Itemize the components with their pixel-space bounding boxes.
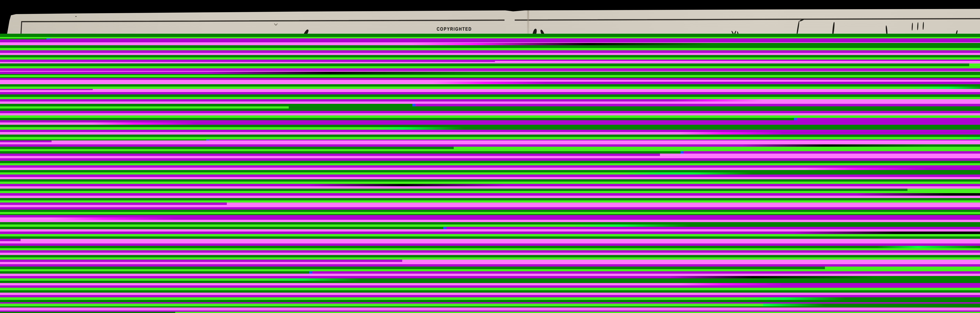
glitch-stripe-row — [0, 210, 980, 212]
glitch-stripe-row — [0, 34, 980, 37]
glitch-stripe-segment — [0, 156, 980, 158]
glitch-stripe-segment — [0, 55, 980, 57]
glitch-stripe-segment — [743, 145, 825, 147]
glitch-stripe-segment — [175, 218, 980, 220]
glitch-stripe-row — [0, 267, 980, 269]
glitch-stripe-row — [0, 203, 980, 205]
glitch-stripes — [0, 34, 980, 313]
glitch-stripe-row — [0, 142, 980, 145]
glitch-stripe-segment — [0, 191, 980, 193]
glitch-stripe-segment — [0, 137, 959, 140]
glitch-stripe-segment — [0, 257, 980, 259]
glitch-stripe-row — [0, 37, 980, 38]
glitch-stripe-row — [0, 175, 980, 177]
glitch-stripe-segment — [0, 259, 402, 262]
glitch-stripe-segment — [0, 295, 980, 297]
glitch-stripe-segment — [619, 224, 691, 227]
glitch-stripe-segment — [877, 246, 918, 248]
glitch-stripe-row — [0, 196, 980, 198]
glitch-stripe-row — [0, 285, 980, 288]
glitch-stripe-segment — [0, 87, 907, 89]
glitch-stripe-segment — [763, 99, 980, 102]
glitch-stripe-segment — [443, 227, 447, 229]
glitch-stripe-segment — [722, 283, 784, 285]
glitch-stripe-segment — [505, 184, 980, 186]
glitch-stripe-segment — [0, 106, 289, 108]
glitch-stripe-row — [0, 198, 980, 200]
glitch-stripe-segment — [447, 227, 980, 229]
glitch-stripe-segment — [0, 198, 980, 200]
glitch-stripe-segment — [0, 68, 980, 71]
glitch-stripe-segment — [0, 210, 980, 212]
glitch-stripe-row — [0, 115, 980, 118]
glitch-stripe-segment — [0, 189, 907, 191]
glitch-stripe-row — [0, 71, 980, 74]
glitch-stripe-row — [0, 224, 980, 227]
glitch-stripe-segment — [0, 60, 980, 61]
glitch-stripe-segment — [0, 149, 980, 151]
glitch-stripe-segment — [51, 140, 980, 142]
glitch-stripe-row — [0, 40, 980, 42]
glitch-stripe-row — [0, 193, 980, 196]
glitch-stripe-row — [0, 57, 980, 60]
glitch-stripe-segment — [825, 267, 980, 269]
glitch-stripe-row — [0, 253, 980, 255]
glitch-stripe-segment — [0, 310, 980, 312]
glitch-stripe-row — [0, 207, 980, 210]
glitch-stripe-segment — [412, 104, 415, 106]
glitch-stripe-row — [0, 292, 980, 295]
glitch-stripe-row — [0, 87, 980, 89]
glitch-stripe-segment — [0, 237, 980, 239]
glitch-stripe-segment — [0, 140, 51, 142]
glitch-stripe-segment — [0, 115, 980, 118]
ink-stroke — [912, 23, 913, 30]
copyright-stamp: COPYRIGHTED — [437, 26, 488, 32]
glitch-stripe-segment — [0, 125, 980, 127]
glitch-stripe-row — [0, 55, 980, 57]
glitch-stripe-row — [0, 118, 980, 120]
glitch-stripe-segment — [918, 246, 980, 248]
glitch-stripe-segment — [969, 48, 980, 50]
glitch-stripe-segment — [825, 303, 980, 306]
glitch-stripe-segment — [0, 278, 258, 281]
glitch-stripe-row — [0, 154, 980, 156]
glitch-stripe-row — [0, 241, 980, 243]
glitch-stripe-segment — [0, 120, 980, 122]
glitch-stripe-row — [0, 310, 980, 312]
glitch-stripe-segment — [485, 82, 547, 84]
glitch-stripe-segment — [0, 90, 980, 92]
glitch-stripe-row — [0, 227, 980, 229]
glitch-stripe-row — [0, 156, 980, 158]
glitch-stripe-segment — [0, 186, 980, 189]
glitch-stripe-segment — [0, 246, 877, 248]
glitch-stripe-segment — [681, 132, 722, 135]
glitch-stripe-row — [0, 257, 980, 259]
glitch-stripe-segment — [299, 278, 361, 281]
glitch-stripe-segment — [681, 151, 684, 154]
glitch-stripe-segment — [0, 177, 980, 179]
glitch-stripe-row — [0, 255, 980, 257]
glitch-stripe-segment — [784, 283, 980, 285]
paper-crease — [527, 10, 529, 34]
glitch-stripe-row — [0, 135, 980, 137]
glitch-stripe-segment — [0, 165, 980, 168]
glitch-stripe-segment — [0, 147, 454, 149]
glitch-stripe-row — [0, 262, 980, 264]
glitch-stripe-segment — [0, 57, 980, 60]
glitch-stripe-row — [0, 170, 980, 172]
glitch-stripe-row — [0, 163, 980, 165]
glitch-stripe-row — [0, 132, 980, 135]
glitch-stripe-segment — [415, 104, 980, 106]
glitch-stripe-row — [0, 172, 980, 175]
glitch-stripe-row — [0, 53, 980, 55]
glitch-stripe-row — [0, 102, 980, 104]
ink-stroke — [917, 22, 918, 30]
glitch-stripe-segment — [206, 71, 330, 74]
glitch-stripe-row — [0, 108, 980, 111]
glitch-stripe-segment — [227, 203, 980, 205]
glitch-stripe-row — [0, 137, 980, 140]
glitch-stripe-row — [0, 80, 980, 82]
glitch-stripe-segment — [258, 278, 299, 281]
glitch-stripe-row — [0, 283, 980, 285]
glitch-stripe-row — [0, 246, 980, 248]
